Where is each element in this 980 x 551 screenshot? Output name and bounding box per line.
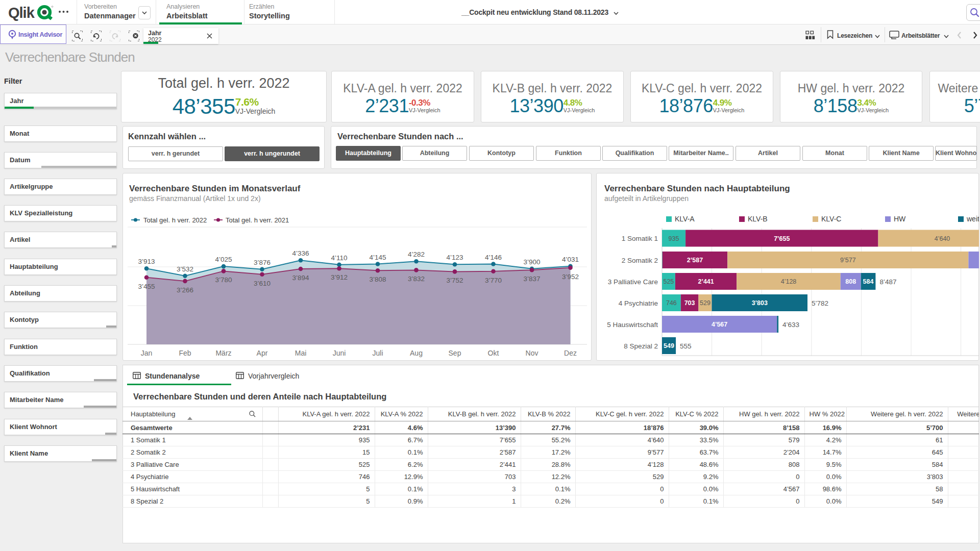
- svg-text:4’128: 4’128: [781, 278, 797, 285]
- svg-text:5 Hauswirtschaft: 5 Hauswirtschaft: [607, 321, 658, 329]
- svg-text:3’808: 3’808: [369, 276, 386, 283]
- svg-text:4’640: 4’640: [935, 235, 950, 242]
- svg-text:4’110: 4’110: [331, 254, 347, 262]
- svg-text:Feb: Feb: [179, 349, 191, 357]
- svg-text:4’123: 4’123: [446, 254, 463, 261]
- svg-text:weitere: weitere: [966, 215, 979, 223]
- svg-text:4’633: 4’633: [782, 321, 799, 329]
- svg-text:Dez: Dez: [564, 349, 577, 357]
- svg-text:9’577: 9’577: [840, 257, 856, 264]
- svg-text:2’441: 2’441: [698, 278, 714, 285]
- svg-text:Juli: Juli: [372, 349, 383, 357]
- svg-text:3’912: 3’912: [331, 273, 348, 281]
- svg-text:3’266: 3’266: [177, 286, 193, 294]
- svg-text:3’952: 3’952: [562, 273, 579, 281]
- svg-text:Sep: Sep: [449, 349, 461, 357]
- svg-text:Juni: Juni: [333, 349, 346, 357]
- svg-text:935: 935: [669, 235, 679, 242]
- svg-text:2’587: 2’587: [687, 257, 703, 264]
- svg-text:3’610: 3’610: [254, 280, 271, 287]
- svg-text:3 Palliative Care: 3 Palliative Care: [608, 278, 658, 286]
- svg-text:808: 808: [845, 278, 856, 285]
- svg-text:KLV-B: KLV-B: [748, 215, 768, 223]
- svg-text:1 Somatik 1: 1 Somatik 1: [622, 235, 658, 242]
- svg-text:KLV-C: KLV-C: [821, 215, 841, 223]
- svg-text:525: 525: [663, 278, 674, 285]
- svg-text:3’780: 3’780: [215, 276, 232, 284]
- svg-text:555: 555: [680, 342, 692, 350]
- svg-text:Apr: Apr: [257, 349, 268, 357]
- svg-text:3’837: 3’837: [523, 275, 540, 283]
- svg-text:Okt: Okt: [488, 349, 499, 357]
- svg-text:746: 746: [666, 299, 677, 307]
- svg-text:März: März: [215, 349, 231, 357]
- svg-text:3’900: 3’900: [523, 258, 540, 266]
- svg-text:584: 584: [863, 278, 874, 285]
- svg-text:Mai: Mai: [295, 349, 307, 357]
- svg-text:Aug: Aug: [410, 349, 423, 357]
- svg-text:4 Psychiatrie: 4 Psychiatrie: [619, 299, 658, 307]
- svg-text:8 Spezial 2: 8 Spezial 2: [624, 342, 658, 350]
- svg-text:8’487: 8’487: [879, 278, 896, 286]
- svg-text:4’025: 4’025: [215, 256, 232, 263]
- svg-text:703: 703: [684, 299, 695, 307]
- svg-text:3’876: 3’876: [254, 259, 271, 266]
- svg-text:4’146: 4’146: [485, 254, 502, 261]
- svg-text:3’532: 3’532: [177, 265, 193, 273]
- svg-text:Nov: Nov: [526, 349, 538, 357]
- svg-text:4’145: 4’145: [369, 254, 386, 261]
- svg-text:529: 529: [700, 299, 710, 307]
- svg-text:3’832: 3’832: [408, 275, 425, 283]
- svg-text:3’770: 3’770: [485, 277, 502, 284]
- svg-text:KLV-A: KLV-A: [675, 215, 695, 223]
- svg-text:3’894: 3’894: [292, 274, 309, 282]
- svg-text:7’655: 7’655: [774, 235, 790, 242]
- svg-text:Jan: Jan: [141, 349, 153, 357]
- svg-text:HW: HW: [894, 215, 906, 223]
- svg-text:4’282: 4’282: [408, 251, 425, 258]
- svg-text:4’336: 4’336: [292, 249, 309, 257]
- svg-text:3’803: 3’803: [752, 299, 768, 307]
- svg-text:3’752: 3’752: [446, 277, 463, 284]
- svg-text:2 Somatik 2: 2 Somatik 2: [622, 257, 658, 264]
- svg-text:Qlik: Qlik: [8, 5, 35, 21]
- svg-text:5’782: 5’782: [812, 299, 828, 307]
- svg-text:549: 549: [664, 342, 674, 349]
- svg-text:3’913: 3’913: [138, 258, 155, 265]
- svg-text:3’455: 3’455: [138, 283, 155, 290]
- svg-text:4’567: 4’567: [712, 321, 727, 328]
- svg-text:4’031: 4’031: [562, 256, 579, 263]
